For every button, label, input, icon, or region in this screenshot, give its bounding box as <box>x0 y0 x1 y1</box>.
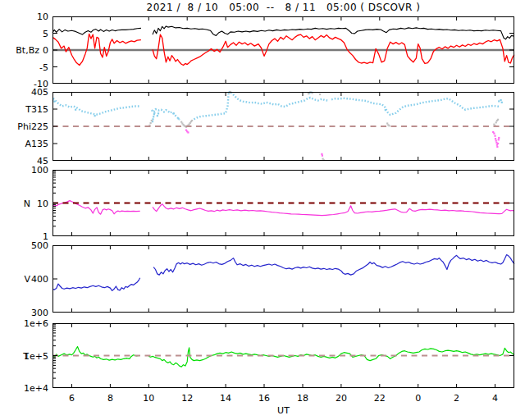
data-point <box>500 99 501 101</box>
data-point <box>498 137 500 139</box>
data-point <box>191 120 193 121</box>
x-tick-label: 6 <box>69 393 75 404</box>
data-point <box>495 139 497 141</box>
data-point <box>157 115 158 116</box>
axis-label-a: A <box>25 139 31 149</box>
data-point <box>501 102 503 103</box>
y-tick-label: 500 <box>31 240 48 251</box>
x-axis-title: UT <box>277 405 290 416</box>
t-line <box>52 347 139 361</box>
data-point <box>494 135 495 137</box>
dscovr-solar-wind-screen: { "header": { "title": "2021 / 8 / 10 05… <box>0 0 525 420</box>
y-tick-label: 405 <box>31 87 48 98</box>
data-point <box>322 155 323 157</box>
y-tick-label: 135 <box>31 139 48 149</box>
x-tick-label: 14 <box>220 393 231 404</box>
x-tick-label: 16 <box>258 393 270 404</box>
solar-wind-multi-panel-chart: 1050-5-10Bt,Bz40531522513545TPhiA100101N… <box>0 0 525 420</box>
x-tick-label: 2 <box>454 393 459 404</box>
y-tick-label: 100 <box>31 165 48 176</box>
y-tick-label: 400 <box>31 274 48 285</box>
n-line <box>153 204 514 216</box>
data-point <box>319 94 321 95</box>
panel-temperature: 1e+61e+51e+4T6810121416182022024UT <box>22 318 514 416</box>
y-tick-label: 10 <box>37 11 48 22</box>
panel-angles: 40531522513545TPhiA <box>17 87 514 167</box>
x-tick-label: 20 <box>336 393 347 404</box>
axis-label-n: N <box>24 199 30 209</box>
v-line <box>52 278 140 291</box>
x-tick-label: 0 <box>415 393 421 404</box>
data-point <box>178 118 180 120</box>
x-tick-label: 12 <box>181 393 193 404</box>
v-line <box>153 255 514 276</box>
bt-line <box>52 28 141 34</box>
data-point <box>153 116 154 117</box>
y-tick-label: 300 <box>31 308 48 318</box>
data-point <box>151 120 153 121</box>
axis-label-v: V <box>24 274 30 285</box>
axis-label-t: T <box>22 351 29 362</box>
y-tick-label: 10 <box>37 199 48 209</box>
panel-density: 100101N <box>24 165 514 242</box>
phi-line <box>194 93 327 119</box>
phi-line <box>152 109 180 120</box>
y-tick-label: 225 <box>31 121 48 132</box>
series-phi-scatter <box>52 91 503 122</box>
series-bt <box>52 26 514 39</box>
y-tick-label: 1e+6 <box>24 318 48 329</box>
data-point <box>498 100 500 102</box>
y-tick-label: 5 <box>43 29 48 39</box>
data-point <box>495 121 497 123</box>
axis-label-t: T <box>25 104 31 115</box>
data-point <box>495 138 496 139</box>
data-point <box>158 112 159 114</box>
data-point <box>498 139 500 140</box>
data-point <box>497 119 499 121</box>
phi-line <box>331 98 500 115</box>
y-tick-label: 315 <box>31 104 48 115</box>
x-tick-label: 4 <box>492 393 498 404</box>
y-tick-label: -5 <box>39 62 48 73</box>
x-tick-label: 8 <box>107 393 113 404</box>
x-tick-label: 18 <box>297 393 308 404</box>
panel-bt-bz: 1050-5-10Bt,Bz <box>16 11 514 89</box>
data-point <box>388 125 390 126</box>
series-v <box>52 255 514 291</box>
data-point <box>187 131 189 133</box>
data-point <box>94 115 96 116</box>
data-point <box>53 101 55 103</box>
axis-label-btbz: Bt,Bz <box>16 45 39 56</box>
data-point <box>493 133 495 135</box>
data-point <box>496 146 498 148</box>
panel-border <box>53 246 514 313</box>
data-point <box>497 143 499 144</box>
y-tick-label: 0 <box>43 45 48 56</box>
y-tick-label: 1e+4 <box>24 383 48 394</box>
t-line <box>148 348 514 367</box>
panel-velocity: 500400300V <box>24 240 514 318</box>
phi-line <box>52 99 140 114</box>
data-point <box>385 109 386 111</box>
x-tick-label: 22 <box>374 393 386 404</box>
data-point <box>308 93 309 94</box>
data-point <box>75 109 76 111</box>
data-point <box>153 112 155 114</box>
x-tick-label: 10 <box>143 393 154 404</box>
data-point <box>150 122 152 124</box>
series-phi <box>52 93 500 120</box>
data-point <box>173 112 175 114</box>
series-t <box>52 347 514 368</box>
series-a-dots <box>185 130 500 157</box>
axis-label-phi: Phi <box>17 121 31 132</box>
bt-line <box>153 26 514 39</box>
